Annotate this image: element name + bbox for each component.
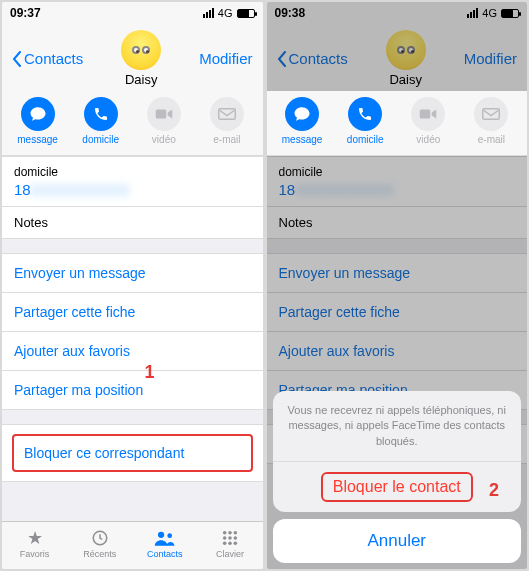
add-favorite-link[interactable]: Ajouter aux favoris	[267, 332, 528, 371]
sheet-info-text: Vous ne recevrez ni appels téléphoniques…	[273, 391, 522, 462]
notes-field[interactable]: Notes	[267, 207, 528, 239]
back-label: Contacts	[24, 50, 83, 67]
tab-label: Contacts	[132, 549, 197, 559]
status-time: 09:38	[275, 6, 306, 20]
video-label: vidéo	[399, 134, 457, 145]
phone-label: domicile	[279, 165, 516, 179]
message-button[interactable]: message	[273, 97, 331, 145]
contacts-icon	[132, 527, 197, 549]
chevron-left-icon	[12, 51, 22, 67]
clock-icon	[67, 527, 132, 549]
send-message-link[interactable]: Envoyer un message	[267, 253, 528, 293]
svg-point-6	[228, 531, 232, 535]
nav-bar: Contacts Daisy Modifier	[267, 24, 528, 91]
action-row: message domicile vidéo e-mail	[2, 91, 263, 156]
notes-field[interactable]: Notes	[2, 207, 263, 239]
tab-favorites[interactable]: ★ Favoris	[2, 522, 67, 569]
star-icon: ★	[2, 527, 67, 549]
share-card-link[interactable]: Partager cette fiche	[267, 293, 528, 332]
email-icon	[482, 108, 500, 120]
content: domicile 18XXXXXXXXX Notes Envoyer un me…	[2, 156, 263, 521]
phone-icon	[93, 106, 109, 122]
action-sheet: Vous ne recevrez ni appels téléphoniques…	[267, 385, 528, 569]
email-button: e-mail	[198, 97, 256, 145]
phone-field[interactable]: domicile 18XXXXXXXXX	[2, 156, 263, 207]
battery-icon	[501, 9, 519, 18]
tab-bar: ★ Favoris Récents Contacts Clavier	[2, 521, 263, 569]
video-label: vidéo	[135, 134, 193, 145]
message-label: message	[9, 134, 67, 145]
phone-value: 18XXXXXXXXX	[14, 181, 251, 198]
email-icon	[218, 108, 236, 120]
email-button: e-mail	[462, 97, 520, 145]
signal-icon	[203, 8, 214, 18]
video-icon	[419, 108, 437, 120]
svg-point-10	[233, 536, 237, 540]
call-button[interactable]: domicile	[336, 97, 394, 145]
call-button[interactable]: domicile	[72, 97, 130, 145]
svg-rect-15	[483, 109, 500, 120]
message-icon	[29, 105, 47, 123]
add-favorite-link[interactable]: Ajouter aux favoris	[2, 332, 263, 371]
carrier-label: 4G	[218, 7, 233, 19]
contact-name: Daisy	[121, 72, 161, 87]
highlight-2: Bloquer le contact	[321, 472, 473, 502]
call-label: domicile	[72, 134, 130, 145]
highlight-1: Bloquer ce correspondant	[12, 434, 253, 472]
nav-bar: Contacts Daisy Modifier	[2, 24, 263, 91]
sheet-block-button[interactable]: Bloquer le contact	[273, 462, 522, 512]
chevron-left-icon	[277, 51, 287, 67]
block-contact-link[interactable]: Bloquer ce correspondant	[2, 424, 263, 482]
send-message-link[interactable]: Envoyer un message	[2, 253, 263, 293]
phone-left: 09:37 4G Contacts Daisy Modifier message…	[2, 2, 263, 569]
phone-field[interactable]: domicile 18XXXXXXXXX	[267, 156, 528, 207]
tab-recents[interactable]: Récents	[67, 522, 132, 569]
tab-keypad[interactable]: Clavier	[197, 522, 262, 569]
email-label: e-mail	[462, 134, 520, 145]
action-row: message domicile vidéo e-mail	[267, 91, 528, 156]
share-card-link[interactable]: Partager cette fiche	[2, 293, 263, 332]
back-label: Contacts	[289, 50, 348, 67]
svg-point-4	[167, 533, 172, 538]
contact-name: Daisy	[386, 72, 426, 87]
svg-rect-1	[219, 109, 236, 120]
svg-point-12	[228, 542, 232, 546]
message-label: message	[273, 134, 331, 145]
edit-button[interactable]: Modifier	[464, 50, 517, 67]
video-button: vidéo	[135, 97, 193, 145]
edit-button[interactable]: Modifier	[199, 50, 252, 67]
svg-point-11	[223, 542, 227, 546]
svg-point-5	[223, 531, 227, 535]
message-icon	[293, 105, 311, 123]
svg-point-8	[223, 536, 227, 540]
share-location-link[interactable]: Partager ma position	[2, 371, 263, 410]
tab-label: Clavier	[197, 549, 262, 559]
svg-rect-14	[420, 110, 431, 119]
call-label: domicile	[336, 134, 394, 145]
message-button[interactable]: message	[9, 97, 67, 145]
svg-point-3	[158, 532, 164, 538]
tab-label: Récents	[67, 549, 132, 559]
back-button[interactable]: Contacts	[277, 50, 348, 67]
svg-point-13	[233, 542, 237, 546]
status-time: 09:37	[10, 6, 41, 20]
status-bar: 09:38 4G	[267, 2, 528, 24]
tab-label: Favoris	[2, 549, 67, 559]
avatar	[386, 30, 426, 70]
phone-right: 09:38 4G Contacts Daisy Modifier message…	[267, 2, 528, 569]
video-icon	[155, 108, 173, 120]
signal-icon	[467, 8, 478, 18]
tab-contacts[interactable]: Contacts	[132, 522, 197, 569]
phone-icon	[357, 106, 373, 122]
video-button: vidéo	[399, 97, 457, 145]
sheet-cancel-button[interactable]: Annuler	[273, 519, 522, 563]
avatar	[121, 30, 161, 70]
svg-point-9	[228, 536, 232, 540]
status-bar: 09:37 4G	[2, 2, 263, 24]
carrier-label: 4G	[482, 7, 497, 19]
battery-icon	[237, 9, 255, 18]
back-button[interactable]: Contacts	[12, 50, 83, 67]
callout-2: 2	[489, 480, 499, 501]
keypad-icon	[197, 527, 262, 549]
phone-label: domicile	[14, 165, 251, 179]
